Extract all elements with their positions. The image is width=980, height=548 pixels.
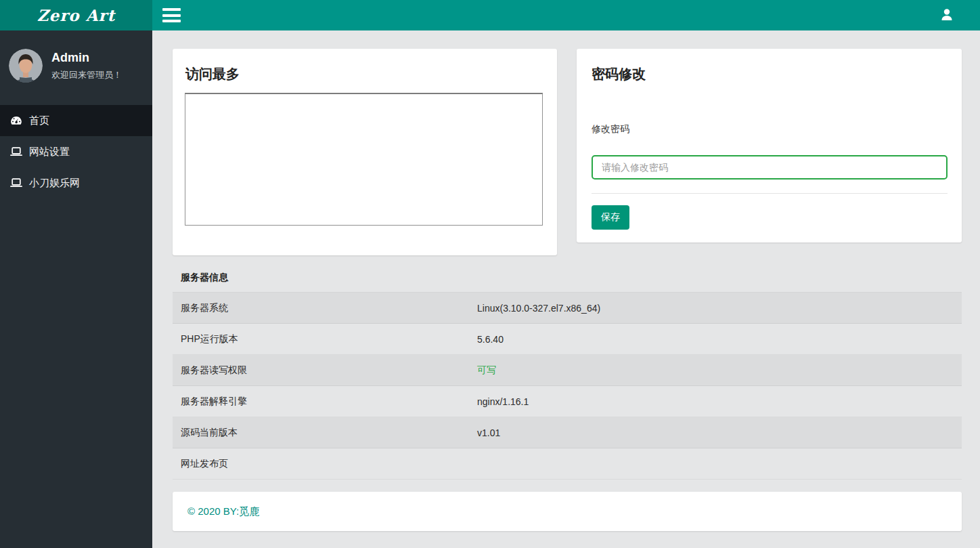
sidebar-user-panel: Admin 欢迎回来管理员！ (0, 30, 152, 105)
server-info-row: PHP运行版本5.6.40 (173, 324, 962, 355)
sidebar-item-label: 小刀娱乐网 (29, 177, 80, 190)
password-change-card: 密码修改 修改密码 保存 (577, 49, 962, 243)
copyright-text: © 2020 BY:觅鹿 (187, 505, 259, 518)
password-change-title: 密码修改 (592, 65, 646, 83)
most-visited-title: 访问最多 (185, 65, 240, 83)
server-info-rows: 服务器系统Linux(3.10.0-327.el7.x86_64)PHP运行版本… (173, 293, 962, 480)
server-row-value: v1.01 (477, 427, 962, 438)
sidebar-item-label: 网站设置 (29, 146, 70, 159)
user-account-icon[interactable] (941, 9, 952, 21)
server-row-label: 服务器读写权限 (173, 364, 477, 377)
password-field-label: 修改密码 (592, 123, 629, 135)
save-button[interactable]: 保存 (592, 205, 629, 230)
server-info-title: 服务器信息 (173, 263, 962, 293)
server-row-value: nginx/1.16.1 (477, 396, 962, 407)
server-info-table: 服务器信息 服务器系统Linux(3.10.0-327.el7.x86_64)P… (173, 263, 962, 480)
server-info-row: 网址发布页 (173, 448, 962, 480)
hamburger-menu-icon[interactable] (162, 8, 181, 22)
sidebar-item-site-settings[interactable]: 网站设置 (0, 136, 152, 167)
server-row-label: PHP运行版本 (173, 333, 477, 345)
footer-card: © 2020 BY:觅鹿 (173, 492, 962, 531)
password-input[interactable] (592, 155, 948, 180)
sidebar: Admin 欢迎回来管理员！ 首页网站设置小刀娱乐网 (0, 30, 152, 548)
dashboard-icon (10, 114, 22, 127)
brand-logo[interactable]: Zero Art (0, 0, 152, 30)
server-row-value: 可写 (477, 364, 962, 377)
sidebar-item-label: 首页 (29, 114, 49, 127)
top-header: Zero Art (0, 0, 980, 30)
laptop-icon (10, 177, 22, 189)
sidebar-nav: 首页网站设置小刀娱乐网 (0, 105, 152, 198)
laptop-icon (10, 146, 22, 158)
most-visited-card: 访问最多 (173, 49, 557, 255)
server-info-row: 服务器读写权限可写 (173, 355, 962, 386)
server-info-row: 服务器解释引擎nginx/1.16.1 (173, 386, 962, 417)
server-row-label: 服务器系统 (173, 302, 477, 314)
user-name: Admin (51, 51, 122, 65)
server-row-label: 网址发布页 (173, 458, 477, 470)
server-row-label: 源码当前版本 (173, 427, 477, 439)
user-avatar (9, 49, 43, 83)
sidebar-item-xiaodao-site[interactable]: 小刀娱乐网 (0, 167, 152, 198)
most-visited-list-box (185, 93, 543, 226)
server-info-row: 服务器系统Linux(3.10.0-327.el7.x86_64) (173, 293, 962, 324)
user-welcome-text: 欢迎回来管理员！ (51, 69, 122, 81)
form-divider (592, 193, 948, 194)
server-row-value: 5.6.40 (477, 334, 962, 345)
server-row-value: Linux(3.10.0-327.el7.x86_64) (477, 303, 962, 314)
server-row-label: 服务器解释引擎 (173, 396, 477, 408)
server-info-row: 源码当前版本v1.01 (173, 417, 962, 448)
sidebar-item-home[interactable]: 首页 (0, 105, 152, 136)
